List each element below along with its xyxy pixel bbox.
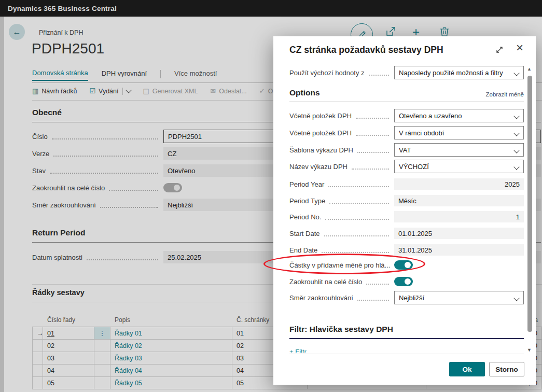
toggle-knob: [405, 278, 411, 285]
field-start-date: Start Date 01.01.2025: [289, 227, 524, 240]
dotted-leader: [328, 181, 389, 187]
dialog-rounding-direction-select[interactable]: Nejbližší: [394, 291, 524, 304]
field-dialog-rounding-direction: Směr zaokrouhlování Nejbližší: [289, 291, 524, 304]
close-icon: ×: [516, 40, 523, 54]
ok-button[interactable]: Ok: [449, 362, 485, 376]
start-date-value: 01.01.2025: [394, 228, 524, 239]
include-vat-entries-period-select[interactable]: V rámci období: [394, 126, 524, 139]
dotted-leader: [356, 130, 389, 136]
include-vat-entries-status-select[interactable]: Otevřeno a uzavřeno: [394, 109, 524, 122]
filter-section-heading: Filtr: Hlavička sestavy DPH: [289, 325, 393, 334]
dialog-round-to-integer-toggle[interactable]: [394, 277, 413, 286]
expand-dialog-button[interactable]: [495, 46, 504, 56]
cancel-button[interactable]: Storno: [489, 362, 524, 376]
field-vat-statement-name: Název výkazu DPH VÝCHOZÍ: [289, 160, 524, 173]
dotted-leader: [369, 69, 389, 76]
options-rule: [289, 102, 524, 102]
dotted-leader: [357, 295, 389, 301]
field-use-default-values: Použít výchozí hodnoty z Naposledy použi…: [289, 66, 524, 79]
dotted-leader: [356, 113, 389, 119]
options-heading: Options: [289, 88, 320, 97]
dotted-leader: [322, 247, 389, 253]
field-include-vat-entries-status: Včetně položek DPH Otevřeno a uzavřeno: [289, 109, 524, 122]
dotted-leader: [366, 278, 389, 285]
add-filter-link[interactable]: + Filtr...: [289, 348, 312, 353]
scrollbar-thumb[interactable]: [527, 76, 532, 332]
close-dialog-button[interactable]: ×: [516, 40, 523, 55]
chevron-down-icon: [513, 70, 519, 76]
dialog-title: CZ stránka požadavků sestavy DPH: [289, 45, 443, 55]
show-less-link[interactable]: Zobrazit méně: [485, 91, 524, 97]
footer-divider: [289, 354, 524, 354]
vat-statement-name-select[interactable]: VÝCHOZÍ: [394, 160, 524, 173]
expand-icon: [495, 46, 504, 54]
filter-section-rule: [289, 338, 524, 339]
field-vat-statement-template: Šablona výkazu DPH VAT: [289, 143, 524, 157]
field-include-vat-entries-period: Včetně položek DPH V rámci období: [289, 126, 524, 139]
field-period-year: Period Year 2025: [289, 177, 524, 191]
period-type-value: Měsíc: [394, 195, 524, 206]
chevron-down-icon: [513, 164, 519, 170]
use-default-values-label: Použít výchozí hodnoty z: [289, 69, 365, 77]
annotation-red-ellipse: [263, 254, 425, 274]
period-year-value: 2025: [394, 178, 524, 190]
use-default-values-select[interactable]: Naposledy použité možnosti a filtry: [394, 66, 524, 79]
vat-statement-template-select[interactable]: VAT: [394, 143, 524, 157]
chevron-down-icon: [513, 147, 519, 153]
field-period-no: Period No. 1: [289, 210, 524, 223]
scrollbar-up-icon[interactable]: ▲: [527, 66, 532, 72]
chevron-down-icon: [513, 113, 519, 119]
dotted-leader: [352, 163, 389, 170]
dotted-leader: [357, 147, 389, 153]
scrollbar-down-icon[interactable]: ▼: [527, 347, 532, 353]
field-period-type: Period Type Měsíc: [289, 194, 524, 207]
field-dialog-round-to-integer: Zaokrouhlit na celé číslo: [289, 275, 524, 288]
chevron-down-icon: [513, 130, 519, 136]
dotted-leader: [329, 198, 389, 204]
end-date-value: 31.01.2025: [394, 244, 524, 256]
chevron-down-icon: [513, 295, 519, 301]
request-page-dialog: CZ stránka požadavků sestavy DPH × Použí…: [273, 36, 536, 385]
dotted-leader: [324, 230, 389, 236]
period-no-value: 1: [394, 211, 524, 222]
dotted-leader: [325, 214, 389, 220]
